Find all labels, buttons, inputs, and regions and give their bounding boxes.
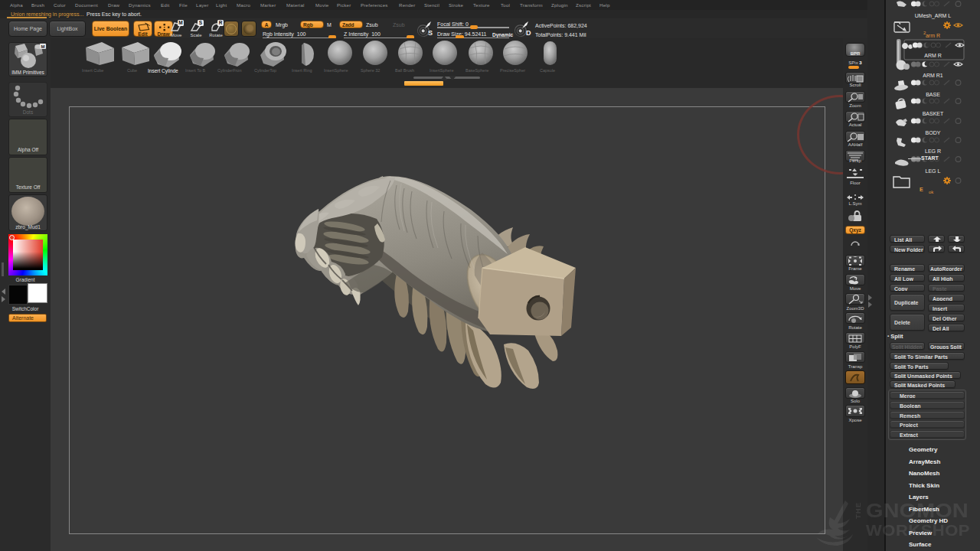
svg-text:M: M bbox=[41, 44, 45, 49]
